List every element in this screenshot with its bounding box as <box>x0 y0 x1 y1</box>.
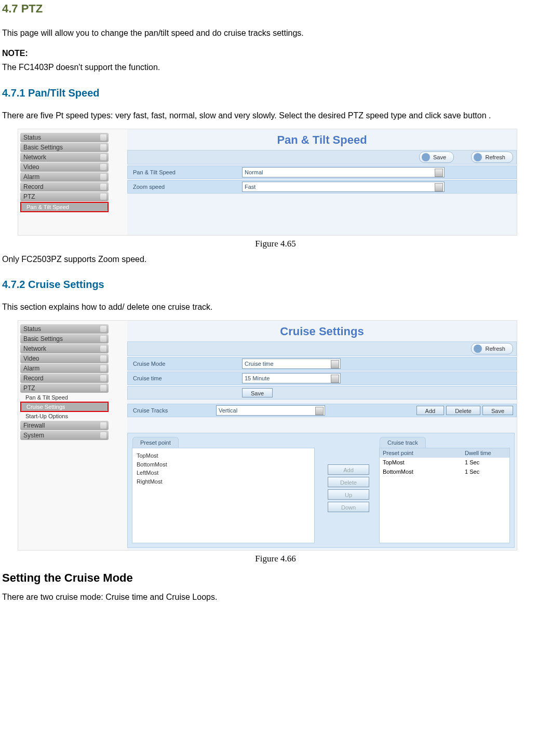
select-value: Normal <box>245 169 263 175</box>
panel-title: Pan & Tilt Speed <box>127 129 517 147</box>
highlight-box: Cruise Settings <box>20 402 109 412</box>
preset-item[interactable]: TopMost <box>137 451 310 460</box>
sidebar-item-record[interactable]: Record <box>20 182 109 191</box>
sidebar-item-label: Firewall <box>23 422 45 429</box>
sidebar-item-basic[interactable]: Basic Settings <box>20 143 109 152</box>
sidebar-item-label: Basic Settings <box>23 335 63 342</box>
field-label: Cruise Tracks <box>128 407 216 414</box>
action-row: Refresh <box>127 341 517 356</box>
sidebar-item-label: Status <box>23 134 41 141</box>
sidebar-item-video[interactable]: Video <box>20 354 109 363</box>
track-tab: Cruise track <box>380 437 426 448</box>
preset-item[interactable]: RightMost <box>137 477 310 486</box>
sidebar-item-firewall[interactable]: Firewall <box>20 421 109 430</box>
save-button[interactable]: Save <box>419 152 454 163</box>
sidebar-item-record[interactable]: Record <box>20 374 109 383</box>
screenshot-pantilt: Status Basic Settings Network Video Alar… <box>18 129 517 236</box>
sidebar-item-label: Status <box>23 325 41 333</box>
preset-item[interactable]: LeftMost <box>137 469 310 477</box>
save-button[interactable]: Save <box>242 388 273 397</box>
chevron-icon <box>100 174 106 180</box>
chevron-icon <box>100 355 106 362</box>
screenshot-cruise: Status Basic Settings Network Video Alar… <box>18 320 517 551</box>
sidebar-sub-cruise[interactable]: Cruise Settings <box>21 403 107 411</box>
mid-delete-button[interactable]: Delete <box>328 477 369 487</box>
note-label: NOTE: <box>2 49 28 58</box>
preset-item[interactable]: BottomMost <box>137 460 310 469</box>
note-body: The FC1403P doesn't support the function… <box>2 63 160 72</box>
sidebar-item-label: System <box>23 432 44 439</box>
chevron-icon <box>100 164 106 170</box>
chevron-icon <box>100 326 106 332</box>
save-track-button[interactable]: Save <box>482 406 513 415</box>
row-zoom-speed: Zoom speed Fast <box>127 180 517 194</box>
zoom-note: Only FC2503PZ supports Zoom speed. <box>2 252 549 266</box>
sidebar-item-label: Network <box>23 345 46 352</box>
chevron-icon <box>100 134 106 141</box>
zoom-speed-select[interactable]: Fast <box>242 182 445 192</box>
refresh-button[interactable]: Refresh <box>471 152 513 163</box>
field-label: Pan & Tilt Speed <box>128 169 242 175</box>
button-label: Refresh <box>485 154 505 160</box>
chevron-icon <box>100 154 106 160</box>
preset-tab: Preset point <box>132 437 179 448</box>
sidebar-item-video[interactable]: Video <box>20 162 109 172</box>
chevron-icon <box>100 432 106 438</box>
track-col-dwell: Dwell time <box>462 448 509 458</box>
sidebar-item-alarm[interactable]: Alarm <box>20 364 109 373</box>
add-button[interactable]: Add <box>416 406 445 415</box>
mid-add-button[interactable]: Add <box>328 464 369 475</box>
mid-up-button[interactable]: Up <box>328 489 369 500</box>
sidebar-sub-pantilt[interactable]: Pan & Tilt Speed <box>20 393 109 402</box>
cruise-time-select[interactable]: 15 Minute <box>242 373 341 383</box>
field-label: Cruise time <box>128 375 242 381</box>
sidebar-item-ptz[interactable]: PTZ <box>20 383 109 393</box>
refresh-icon <box>474 345 482 353</box>
cruise-mode-body: There are two cruise mode: Cruise time a… <box>2 590 549 604</box>
cruise-tracks-select[interactable]: Vertical <box>216 405 325 416</box>
track-cell-dwell: 1 Sec <box>462 467 509 476</box>
heading-4-7: 4.7 PTZ <box>2 2 549 16</box>
sidebar-sub-pantilt[interactable]: Pan & Tilt Speed <box>21 203 107 211</box>
cruise-edit-panel: Preset point TopMost BottomMost LeftMost… <box>127 433 515 548</box>
sidebar-item-alarm[interactable]: Alarm <box>20 172 109 182</box>
sidebar-item-label: PTZ <box>23 193 35 200</box>
pantilt-speed-select[interactable]: Normal <box>242 167 445 177</box>
chevron-icon <box>100 422 106 429</box>
row-pantilt-speed: Pan & Tilt Speed Normal <box>127 166 517 179</box>
preset-list[interactable]: Preset point TopMost BottomMost LeftMost… <box>132 448 315 543</box>
sidebar-item-basic[interactable]: Basic Settings <box>20 334 109 343</box>
sidebar-item-status[interactable]: Status <box>20 133 109 142</box>
move-buttons: Add Delete Up Down <box>325 462 372 514</box>
sidebar-item-network[interactable]: Network <box>20 153 109 162</box>
track-cell-preset: TopMost <box>380 458 462 467</box>
select-value: Fast <box>245 184 256 190</box>
sidebar-item-label: Basic Settings <box>23 144 63 151</box>
sidebar-sub-startup[interactable]: Start-Up Options <box>20 412 109 420</box>
dropdown-icon <box>435 183 443 191</box>
delete-button[interactable]: Delete <box>446 406 480 415</box>
chevron-icon <box>100 375 106 381</box>
chevron-icon <box>100 144 106 150</box>
refresh-icon <box>474 153 482 161</box>
track-table[interactable]: Cruise track Preset point Dwell time Top… <box>379 448 510 543</box>
sidebar-item-system[interactable]: System <box>20 431 109 440</box>
save-icon <box>422 153 430 161</box>
cruise-mode-select[interactable]: Cruise time <box>242 359 341 369</box>
main-area: Pan & Tilt Speed Save Refresh Pan & Tilt… <box>127 129 517 235</box>
pantilt-paragraph: There are five Pt speed types: very fast… <box>2 108 549 122</box>
sidebar-item-network[interactable]: Network <box>20 344 109 353</box>
sidebar-item-label: Video <box>23 163 39 171</box>
sidebar-item-status[interactable]: Status <box>20 324 109 334</box>
row-cruise-time: Cruise time 15 Minute <box>127 372 517 385</box>
sidebar-item-label: Alarm <box>23 173 39 181</box>
chevron-icon <box>100 385 106 391</box>
chevron-icon <box>100 336 106 342</box>
refresh-button[interactable]: Refresh <box>471 343 513 354</box>
sidebar-item-label: Network <box>23 154 46 161</box>
sidebar: Status Basic Settings Network Video Alar… <box>20 324 109 441</box>
select-value: Vertical <box>219 407 237 414</box>
sidebar-item-ptz[interactable]: PTZ <box>20 192 109 201</box>
mid-down-button[interactable]: Down <box>328 502 369 512</box>
main-area: Cruise Settings Refresh Cruise Mode Crui… <box>127 321 517 550</box>
